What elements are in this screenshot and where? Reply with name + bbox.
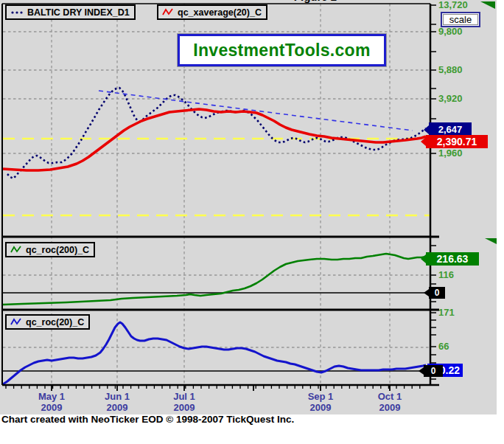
legend-roc20[interactable]: qc_roc(20)_C: [5, 314, 90, 330]
dotted-line-icon: [10, 9, 24, 16]
legend-label: qc_xaverage(20)_C: [178, 7, 262, 18]
badge-arrow-icon: [421, 137, 426, 146]
zigzag-line-icon: [10, 246, 22, 254]
legend-xaverage[interactable]: qc_xaverage(20)_C: [157, 4, 267, 20]
scale-button[interactable]: scale: [441, 12, 480, 27]
legend-roc200[interactable]: qc_roc(200)_C: [5, 242, 95, 257]
trendline-series-line: [99, 91, 413, 131]
investmenttools-watermark: InvestmentTools.com: [178, 34, 386, 66]
roc200-value-badge: 216.63: [426, 252, 479, 266]
roc20-zero-badge: 0: [424, 365, 443, 377]
average-value-badge: 2,390.71: [426, 135, 488, 148]
qc-roc-200-c-series-line: [3, 254, 426, 305]
badge-arrow-icon: [424, 125, 429, 134]
badge-arrow-icon: [421, 254, 426, 263]
legend-baltic-dry-index[interactable]: BALTIC DRY INDEX_D1: [5, 4, 136, 20]
legend-label: qc_roc(200)_C: [26, 245, 89, 255]
footer-credit: Chart created with NeoTicker EOD © 1998-…: [1, 414, 294, 425]
legend-label: BALTIC DRY INDEX_D1: [27, 7, 130, 18]
badge-arrow-icon: [424, 289, 429, 296]
figure-caption: Figure 2: [271, 0, 360, 3]
qc-roc-20-c-series-line: [3, 322, 426, 384]
panel-scale-arrow-icon[interactable]: [485, 238, 497, 244]
zigzag-line-icon: [10, 318, 22, 326]
neoticker-chart-window: Figure 2 BALTIC DRY INDEX_D1 qc_xaverage…: [0, 0, 504, 444]
badge-arrow-icon: [419, 367, 424, 375]
legend-label: qc_roc(20)_C: [26, 317, 84, 327]
zigzag-line-icon: [162, 8, 174, 16]
panel-scale-arrow-icon[interactable]: [480, 1, 495, 9]
roc200-zero-badge: 0: [429, 287, 445, 299]
qc-xaverage-20-c-series-line: [3, 109, 426, 170]
